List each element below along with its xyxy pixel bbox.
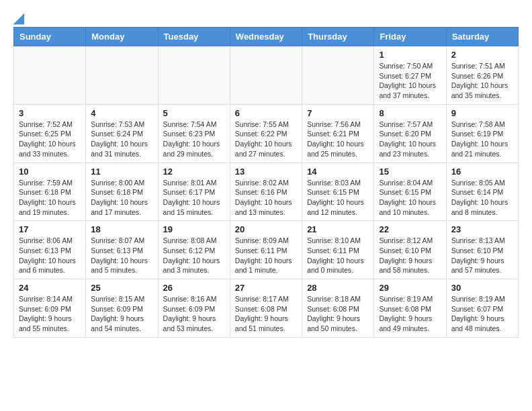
calendar-cell: 25Sunrise: 8:15 AM Sunset: 6:09 PM Dayli… — [86, 279, 158, 338]
calendar-cell: 4Sunrise: 7:53 AM Sunset: 6:24 PM Daylig… — [86, 104, 158, 163]
weekday-header: Sunday — [14, 28, 86, 46]
day-number: 13 — [235, 167, 297, 177]
day-number: 20 — [235, 224, 297, 234]
day-number: 25 — [91, 283, 152, 293]
calendar-cell: 10Sunrise: 7:59 AM Sunset: 6:18 PM Dayli… — [14, 163, 86, 221]
day-number: 22 — [379, 224, 441, 234]
calendar-cell: 18Sunrise: 8:07 AM Sunset: 6:13 PM Dayli… — [86, 221, 158, 279]
day-number: 5 — [163, 108, 225, 118]
calendar-cell: 5Sunrise: 7:54 AM Sunset: 6:23 PM Daylig… — [158, 104, 230, 163]
day-number: 12 — [163, 167, 225, 177]
day-info: Sunrise: 8:16 AM Sunset: 6:09 PM Dayligh… — [163, 294, 225, 334]
weekday-header: Thursday — [302, 28, 374, 46]
day-info: Sunrise: 8:02 AM Sunset: 6:16 PM Dayligh… — [235, 178, 297, 218]
day-info: Sunrise: 8:12 AM Sunset: 6:10 PM Dayligh… — [379, 236, 441, 275]
day-info: Sunrise: 7:59 AM Sunset: 6:18 PM Dayligh… — [19, 178, 81, 218]
day-number: 18 — [91, 224, 152, 234]
day-info: Sunrise: 8:09 AM Sunset: 6:11 PM Dayligh… — [235, 236, 297, 275]
day-info: Sunrise: 7:50 AM Sunset: 6:27 PM Dayligh… — [379, 61, 441, 101]
calendar-cell: 1Sunrise: 7:50 AM Sunset: 6:27 PM Daylig… — [374, 46, 446, 105]
day-info: Sunrise: 8:01 AM Sunset: 6:17 PM Dayligh… — [163, 178, 225, 218]
calendar-week-row: 10Sunrise: 7:59 AM Sunset: 6:18 PM Dayli… — [14, 163, 519, 221]
day-number: 28 — [307, 283, 369, 293]
calendar-week-row: 1Sunrise: 7:50 AM Sunset: 6:27 PM Daylig… — [14, 46, 519, 105]
day-number: 8 — [379, 108, 441, 118]
day-info: Sunrise: 7:53 AM Sunset: 6:24 PM Dayligh… — [91, 120, 152, 159]
day-number: 4 — [91, 108, 152, 118]
day-info: Sunrise: 8:15 AM Sunset: 6:09 PM Dayligh… — [91, 294, 152, 334]
calendar-cell: 29Sunrise: 8:19 AM Sunset: 6:08 PM Dayli… — [374, 279, 446, 338]
calendar-week-row: 24Sunrise: 8:14 AM Sunset: 6:09 PM Dayli… — [14, 279, 519, 338]
day-number: 23 — [451, 224, 513, 234]
day-info: Sunrise: 7:58 AM Sunset: 6:19 PM Dayligh… — [451, 120, 513, 159]
day-number: 27 — [235, 283, 297, 293]
day-info: Sunrise: 8:13 AM Sunset: 6:10 PM Dayligh… — [451, 236, 513, 275]
day-number: 30 — [451, 283, 513, 293]
calendar-cell: 22Sunrise: 8:12 AM Sunset: 6:10 PM Dayli… — [374, 221, 446, 279]
calendar-cell: 21Sunrise: 8:10 AM Sunset: 6:11 PM Dayli… — [302, 221, 374, 279]
calendar-cell: 11Sunrise: 8:00 AM Sunset: 6:18 PM Dayli… — [86, 163, 158, 221]
calendar-cell — [302, 46, 374, 105]
day-number: 14 — [307, 167, 369, 177]
day-number: 17 — [19, 224, 81, 234]
calendar-cell: 3Sunrise: 7:52 AM Sunset: 6:25 PM Daylig… — [14, 104, 86, 163]
day-info: Sunrise: 8:04 AM Sunset: 6:15 PM Dayligh… — [379, 178, 441, 218]
calendar-cell: 7Sunrise: 7:56 AM Sunset: 6:21 PM Daylig… — [302, 104, 374, 163]
weekday-header: Wednesday — [230, 28, 302, 46]
day-info: Sunrise: 8:06 AM Sunset: 6:13 PM Dayligh… — [19, 236, 81, 275]
day-number: 11 — [91, 167, 152, 177]
calendar-cell: 13Sunrise: 8:02 AM Sunset: 6:16 PM Dayli… — [230, 163, 302, 221]
day-info: Sunrise: 7:56 AM Sunset: 6:21 PM Dayligh… — [307, 120, 369, 159]
calendar-cell: 24Sunrise: 8:14 AM Sunset: 6:09 PM Dayli… — [14, 279, 86, 338]
day-number: 29 — [379, 283, 441, 293]
day-number: 10 — [19, 167, 81, 177]
day-number: 26 — [163, 283, 225, 293]
calendar-cell: 19Sunrise: 8:08 AM Sunset: 6:12 PM Dayli… — [158, 221, 230, 279]
day-number: 2 — [451, 50, 513, 60]
calendar-cell: 2Sunrise: 7:51 AM Sunset: 6:26 PM Daylig… — [446, 46, 518, 105]
calendar-table: SundayMondayTuesdayWednesdayThursdayFrid… — [13, 27, 519, 338]
calendar-cell: 8Sunrise: 7:57 AM Sunset: 6:20 PM Daylig… — [374, 104, 446, 163]
calendar-week-row: 3Sunrise: 7:52 AM Sunset: 6:25 PM Daylig… — [14, 104, 519, 163]
day-info: Sunrise: 8:14 AM Sunset: 6:09 PM Dayligh… — [19, 294, 81, 334]
day-number: 16 — [451, 167, 513, 177]
day-info: Sunrise: 7:52 AM Sunset: 6:25 PM Dayligh… — [19, 120, 81, 159]
weekday-header: Tuesday — [158, 28, 230, 46]
day-info: Sunrise: 8:05 AM Sunset: 6:14 PM Dayligh… — [451, 178, 513, 218]
day-info: Sunrise: 8:17 AM Sunset: 6:08 PM Dayligh… — [235, 294, 297, 334]
day-info: Sunrise: 8:07 AM Sunset: 6:13 PM Dayligh… — [91, 236, 152, 275]
day-info: Sunrise: 8:18 AM Sunset: 6:08 PM Dayligh… — [307, 294, 369, 334]
calendar-cell: 20Sunrise: 8:09 AM Sunset: 6:11 PM Dayli… — [230, 221, 302, 279]
page-header: ◢ — [0, 0, 532, 27]
calendar-cell: 9Sunrise: 7:58 AM Sunset: 6:19 PM Daylig… — [446, 104, 518, 163]
day-number: 19 — [163, 224, 225, 234]
day-info: Sunrise: 7:51 AM Sunset: 6:26 PM Dayligh… — [451, 61, 513, 101]
calendar-cell: 14Sunrise: 8:03 AM Sunset: 6:15 PM Dayli… — [302, 163, 374, 221]
calendar-cell: 6Sunrise: 7:55 AM Sunset: 6:22 PM Daylig… — [230, 104, 302, 163]
day-number: 9 — [451, 108, 513, 118]
weekday-header: Saturday — [446, 28, 518, 46]
calendar-body: 1Sunrise: 7:50 AM Sunset: 6:27 PM Daylig… — [14, 46, 519, 338]
day-info: Sunrise: 8:19 AM Sunset: 6:08 PM Dayligh… — [379, 294, 441, 334]
calendar-cell: 27Sunrise: 8:17 AM Sunset: 6:08 PM Dayli… — [230, 279, 302, 338]
day-info: Sunrise: 7:57 AM Sunset: 6:20 PM Dayligh… — [379, 120, 441, 159]
calendar-cell: 28Sunrise: 8:18 AM Sunset: 6:08 PM Dayli… — [302, 279, 374, 338]
calendar-cell — [14, 46, 86, 105]
day-info: Sunrise: 7:55 AM Sunset: 6:22 PM Dayligh… — [235, 120, 297, 159]
day-info: Sunrise: 8:00 AM Sunset: 6:18 PM Dayligh… — [91, 178, 152, 218]
day-number: 21 — [307, 224, 369, 234]
calendar-week-row: 17Sunrise: 8:06 AM Sunset: 6:13 PM Dayli… — [14, 221, 519, 279]
calendar-cell: 17Sunrise: 8:06 AM Sunset: 6:13 PM Dayli… — [14, 221, 86, 279]
day-number: 1 — [379, 50, 441, 60]
day-number: 3 — [19, 108, 81, 118]
calendar-cell — [158, 46, 230, 105]
weekday-header: Friday — [374, 28, 446, 46]
day-info: Sunrise: 8:10 AM Sunset: 6:11 PM Dayligh… — [307, 236, 369, 275]
day-info: Sunrise: 8:19 AM Sunset: 6:07 PM Dayligh… — [451, 294, 513, 334]
logo-text: ◢ — [13, 10, 24, 26]
day-number: 24 — [19, 283, 81, 293]
calendar-cell: 16Sunrise: 8:05 AM Sunset: 6:14 PM Dayli… — [446, 163, 518, 221]
day-info: Sunrise: 8:08 AM Sunset: 6:12 PM Dayligh… — [163, 236, 225, 275]
calendar-cell — [230, 46, 302, 105]
day-info: Sunrise: 7:54 AM Sunset: 6:23 PM Dayligh… — [163, 120, 225, 159]
